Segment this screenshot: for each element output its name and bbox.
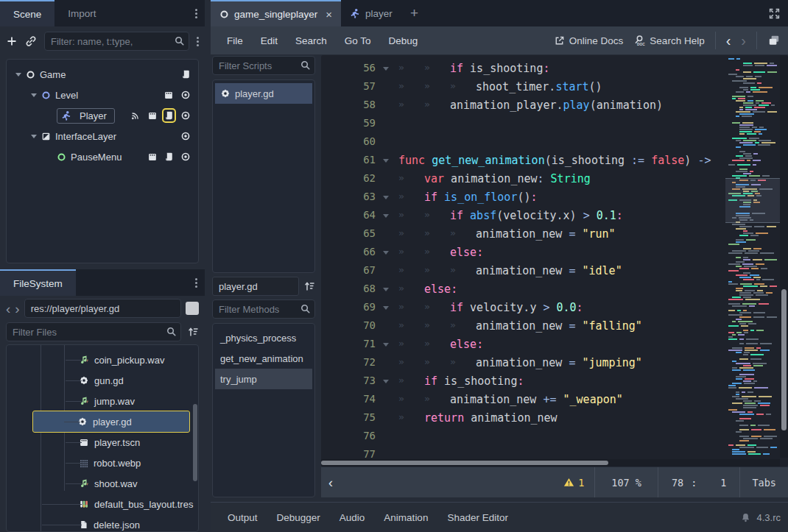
code-line-69[interactable]: 69»»if velocity.y > 0.0:	[321, 299, 788, 317]
code-line-64[interactable]: 64»»if absf(velocity.x) > 0.1:	[321, 207, 788, 225]
file-item-player.gd[interactable]: player.gd	[33, 411, 189, 432]
new-scene-tab-button[interactable]: +	[401, 0, 427, 26]
indent-type[interactable]: Tabs	[740, 477, 788, 489]
menu-search[interactable]: Search	[286, 35, 336, 46]
script-item-player.gd[interactable]: player.gd	[215, 83, 312, 104]
fold-icon[interactable]	[383, 343, 389, 347]
fold-icon[interactable]	[383, 196, 389, 199]
groups-icon[interactable]	[163, 91, 174, 100]
menu-debug[interactable]: Debug	[380, 35, 427, 46]
scene-node-game[interactable]: Game	[10, 64, 195, 85]
file-item-jump.wav[interactable]: jump.wav	[8, 391, 135, 411]
instance-scene-button[interactable]	[25, 35, 37, 47]
script-icon[interactable]	[164, 110, 174, 121]
scene-node-interfacelayer[interactable]: InterfaceLayer	[10, 126, 195, 146]
code-line-67[interactable]: 67»»»animation_new = "idle"	[321, 262, 788, 280]
close-icon[interactable]: ×	[326, 8, 332, 21]
signal-icon[interactable]	[130, 110, 141, 121]
node-name-box[interactable]: Player	[57, 108, 115, 124]
menu-file[interactable]: File	[218, 35, 252, 46]
scene-tab-game_singleplayer[interactable]: game_singleplayer×	[211, 0, 341, 26]
code-line-63[interactable]: 63»if is_on_floor():	[321, 188, 788, 207]
scene-node-pausemenu[interactable]: PauseMenu	[10, 146, 195, 167]
file-sort-button[interactable]	[187, 326, 199, 338]
code-line-74[interactable]: 74»»animation_new += "_weapon"	[321, 391, 788, 409]
tab-filesystem[interactable]: FileSystem	[0, 269, 76, 296]
horizontal-scrollbar-thumb[interactable]	[321, 461, 608, 465]
code-editor[interactable]: 56»»if is_shooting:57»»»shoot_timer.star…	[321, 55, 788, 467]
file-item-delete.json[interactable]: delete.json	[8, 514, 140, 532]
code-line-56[interactable]: 56»»if is_shooting:	[321, 60, 788, 78]
menu-edit[interactable]: Edit	[252, 35, 286, 46]
code-line-60[interactable]: 60	[321, 133, 788, 152]
fold-icon[interactable]	[383, 67, 389, 71]
code-line-62[interactable]: 62»var animation_new: String	[321, 170, 788, 188]
fold-icon[interactable]	[383, 159, 389, 163]
scene-dock-menu-button[interactable]	[187, 0, 205, 26]
toggle-split-mode-button[interactable]	[186, 302, 199, 315]
online-docs-button[interactable]: Online Docs	[554, 35, 624, 46]
notification-bell-icon[interactable]	[740, 512, 751, 523]
visibility-icon[interactable]	[180, 110, 191, 121]
file-item-default_bus_layout.tres[interactable]: default_bus_layout.tres	[8, 494, 193, 514]
code-line-59[interactable]: 59	[321, 115, 788, 133]
method-item-_physics_process[interactable]: _physics_process	[215, 327, 312, 348]
script-forward-button[interactable]: ›	[741, 33, 746, 48]
warnings-indicator[interactable]: 1	[553, 477, 594, 489]
file-item-coin_pickup.wav[interactable]: coin_pickup.wav	[8, 350, 164, 370]
tab-scene[interactable]: Scene	[0, 0, 54, 26]
file-item-player.tscn[interactable]: player.tscn	[8, 432, 140, 453]
fullscreen-icon[interactable]	[768, 0, 788, 26]
vertical-scrollbar[interactable]	[780, 55, 788, 458]
vertical-scrollbar-thumb[interactable]	[781, 289, 787, 430]
nav-forward-button[interactable]: ›	[15, 302, 19, 316]
code-line-75[interactable]: 75»return animation_new	[321, 409, 788, 428]
bottom-tab-audio[interactable]: Audio	[330, 512, 375, 523]
visibility-icon[interactable]	[180, 90, 191, 100]
filesystem-path-input[interactable]	[24, 299, 181, 318]
bottom-tab-animation[interactable]: Animation	[374, 512, 437, 523]
expand-chevron-icon[interactable]	[15, 73, 21, 77]
groups-icon[interactable]	[147, 152, 158, 162]
fold-icon[interactable]	[383, 306, 389, 310]
fold-icon[interactable]	[383, 214, 389, 218]
menu-go-to[interactable]: Go To	[336, 35, 380, 46]
code-line-65[interactable]: 65»»»animation_new = "run"	[321, 225, 788, 244]
groups-icon[interactable]	[147, 111, 158, 121]
float-panel-icon[interactable]	[767, 34, 781, 47]
scene-filter-input[interactable]	[44, 32, 189, 51]
file-item-robot.webp[interactable]: robot.webp	[8, 453, 141, 473]
bottom-tab-debugger[interactable]: Debugger	[267, 512, 330, 523]
expand-chevron-icon[interactable]	[31, 93, 37, 97]
fold-icon[interactable]	[383, 288, 389, 291]
code-line-70[interactable]: 70»»»animation_new = "falling"	[321, 317, 788, 336]
code-line-66[interactable]: 66»»else:	[321, 244, 788, 262]
tab-import[interactable]: Import	[54, 0, 109, 26]
bottom-tab-shader-editor[interactable]: Shader Editor	[437, 512, 518, 523]
code-line-76[interactable]: 76	[321, 428, 788, 446]
code-line-58[interactable]: 58»»animation_player.play(animation)	[321, 96, 788, 115]
filter-files-input[interactable]	[6, 322, 181, 341]
nav-back-button[interactable]: ‹	[6, 302, 10, 316]
bottom-tab-output[interactable]: Output	[218, 512, 267, 523]
method-item-get_new_animation[interactable]: get_new_animation	[215, 348, 312, 369]
file-item-gun.gd[interactable]: gun.gd	[8, 370, 124, 391]
fold-icon[interactable]	[383, 251, 389, 255]
code-line-61[interactable]: 61func get_new_animation(is_shooting := …	[321, 152, 788, 170]
script-back-button[interactable]: ‹	[726, 33, 731, 48]
fold-icon[interactable]	[383, 380, 389, 383]
visibility-icon[interactable]	[180, 152, 191, 162]
code-line-68[interactable]: 68»else:	[321, 280, 788, 299]
search-help-button[interactable]: DOC Search Help	[633, 35, 704, 46]
file-item-shoot.wav[interactable]: shoot.wav	[8, 473, 138, 494]
code-line-71[interactable]: 71»»else:	[321, 336, 788, 354]
collapse-scripts-panel-button[interactable]: ‹	[321, 476, 340, 489]
horizontal-scrollbar[interactable]	[321, 459, 780, 467]
script-icon[interactable]	[164, 152, 174, 162]
expand-chevron-icon[interactable]	[31, 135, 37, 138]
scene-tab-player[interactable]: player	[341, 0, 401, 26]
file-list-scrollbar[interactable]	[193, 404, 197, 481]
script-icon[interactable]	[181, 69, 191, 79]
code-line-73[interactable]: 73»if is_shooting:	[321, 372, 788, 391]
method-item-try_jump[interactable]: try_jump	[215, 369, 312, 389]
